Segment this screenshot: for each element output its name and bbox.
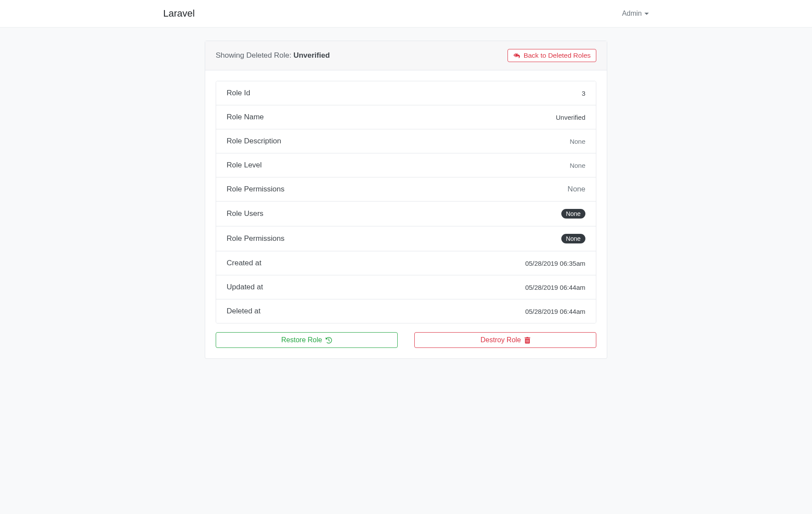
chevron-down-icon <box>644 13 649 15</box>
row-value-badge: None <box>561 209 585 219</box>
card-title: Showing Deleted Role: Unverified <box>216 51 330 60</box>
row-value: None <box>570 162 585 169</box>
row-deleted-at: Deleted at 05/28/2019 06:44am <box>216 299 596 323</box>
card-header: Showing Deleted Role: Unverified Back to… <box>205 41 607 70</box>
row-label: Updated at <box>227 283 263 292</box>
row-label: Role Id <box>227 89 250 97</box>
row-value-badge: None <box>561 234 585 243</box>
row-value: None <box>570 138 585 145</box>
row-role-description: Role Description None <box>216 129 596 153</box>
back-button-label: Back to Deleted Roles <box>524 52 591 59</box>
history-icon <box>326 337 332 344</box>
row-label: Role Description <box>227 137 281 146</box>
row-role-permissions: Role Permissions None <box>216 177 596 201</box>
destroy-button-label: Destroy Role <box>480 336 521 344</box>
role-detail-list: Role Id 3 Role Name Unverified Role Desc… <box>216 81 596 323</box>
card-title-role-name: Unverified <box>294 51 330 59</box>
card-body: Role Id 3 Role Name Unverified Role Desc… <box>205 70 607 358</box>
row-value: 05/28/2019 06:44am <box>525 284 585 291</box>
action-row: Restore Role Destroy Role <box>216 332 596 348</box>
row-role-level: Role Level None <box>216 153 596 177</box>
row-updated-at: Updated at 05/28/2019 06:44am <box>216 275 596 299</box>
row-label: Role Level <box>227 161 262 170</box>
row-value: None <box>567 185 585 194</box>
row-created-at: Created at 05/28/2019 06:35am <box>216 251 596 275</box>
restore-role-button[interactable]: Restore Role <box>216 332 398 348</box>
row-value: 3 <box>582 90 585 97</box>
trash-icon <box>525 337 530 344</box>
row-role-id: Role Id 3 <box>216 81 596 105</box>
back-to-deleted-roles-button[interactable]: Back to Deleted Roles <box>508 49 596 62</box>
main-content: Showing Deleted Role: Unverified Back to… <box>0 28 812 376</box>
row-role-users: Role Users None <box>216 201 596 226</box>
row-label: Role Permissions <box>227 185 284 194</box>
user-menu-dropdown[interactable]: Admin <box>622 10 649 17</box>
row-label: Role Name <box>227 113 264 122</box>
row-value: 05/28/2019 06:44am <box>525 308 585 315</box>
row-role-permissions-2: Role Permissions None <box>216 226 596 251</box>
card-title-prefix: Showing Deleted Role: <box>216 51 294 59</box>
row-label: Role Users <box>227 209 263 218</box>
row-role-name: Role Name Unverified <box>216 105 596 129</box>
reply-all-icon <box>513 53 520 59</box>
row-value: Unverified <box>556 114 585 121</box>
role-card: Showing Deleted Role: Unverified Back to… <box>205 41 607 359</box>
destroy-role-button[interactable]: Destroy Role <box>414 332 596 348</box>
navbar: Laravel Admin <box>0 0 812 28</box>
row-label: Role Permissions <box>227 234 284 243</box>
user-label: Admin <box>622 10 642 17</box>
row-label: Created at <box>227 259 261 267</box>
brand-link[interactable]: Laravel <box>163 8 195 19</box>
restore-button-label: Restore Role <box>281 336 322 344</box>
row-label: Deleted at <box>227 307 261 316</box>
row-value: 05/28/2019 06:35am <box>525 260 585 267</box>
